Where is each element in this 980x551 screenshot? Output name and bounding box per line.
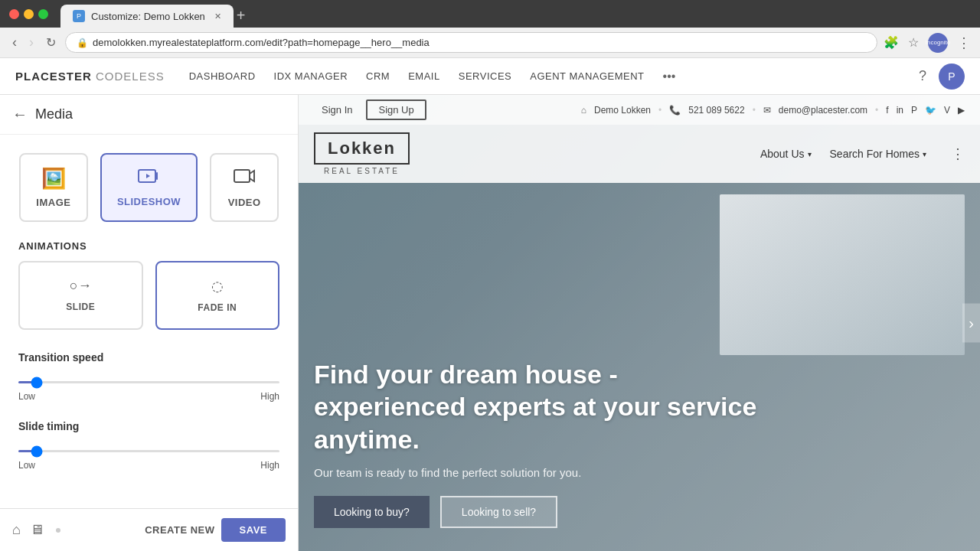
tab-bar: P Customize: Demo Lokken ✕ +	[60, 0, 971, 28]
media-types: 🖼️ IMAGE SLIDESHOW	[0, 135, 298, 234]
refresh-button[interactable]: ↻	[43, 32, 59, 53]
lock-icon: 🔒	[77, 37, 88, 48]
nav-idx-manager[interactable]: IDX MANAGER	[274, 70, 348, 82]
site-nav-links: About Us ▾ Search For Homes ▾ ⋮	[760, 145, 965, 162]
image-icon: 🖼️	[41, 167, 66, 191]
sidebar-header: ← Media	[0, 95, 298, 135]
slideshow-label: SLIDESHOW	[117, 196, 181, 207]
nav-agent-management[interactable]: AGENT MANAGEMENT	[530, 70, 644, 82]
hero-buttons: Looking to buy? Looking to sell?	[314, 496, 965, 528]
incognito-label: Incognito	[926, 39, 950, 46]
fade-in-label: FADE IN	[198, 302, 237, 313]
agent-name: Demo Lokken	[594, 105, 651, 116]
bottom-icons: ⌂ 🖥	[12, 522, 44, 538]
save-button[interactable]: SAVE	[221, 518, 286, 542]
back-button[interactable]: ‹	[9, 31, 20, 54]
about-us-link[interactable]: About Us ▾	[760, 148, 812, 160]
tab-title: Customize: Demo Lokken	[91, 11, 205, 22]
help-icon[interactable]: ?	[919, 68, 926, 84]
traffic-light-yellow[interactable]	[24, 9, 34, 19]
url-bar[interactable]: 🔒 demolokken.myrealestateplatform.com/ed…	[65, 32, 877, 53]
home-icon[interactable]: ⌂	[12, 522, 21, 538]
timing-high-label: High	[260, 460, 279, 471]
app-nav: PLACESTER CODELESS DASHBOARD IDX MANAGER…	[0, 58, 980, 95]
sell-button[interactable]: Looking to sell?	[440, 496, 557, 528]
timing-low-label: Low	[18, 460, 35, 471]
agent-icon: ⌂	[581, 105, 586, 116]
forward-button[interactable]: ›	[26, 31, 37, 54]
traffic-light-red[interactable]	[9, 9, 19, 19]
signup-button[interactable]: Sign Up	[366, 99, 426, 120]
transition-speed-slider[interactable]	[18, 381, 279, 383]
speed-low-label: Low	[18, 391, 35, 402]
slide-label: SLIDE	[66, 302, 95, 312]
youtube-icon[interactable]: ▶	[958, 105, 965, 116]
video-icon	[233, 167, 256, 191]
traffic-light-green[interactable]	[38, 9, 48, 19]
address-bar-actions: 🧩 ☆ Incognito ⋮	[884, 33, 971, 53]
browser-tab[interactable]: P Customize: Demo Lokken ✕	[60, 5, 234, 28]
buy-button[interactable]: Looking to buy?	[314, 496, 430, 528]
dot-indicator	[56, 528, 60, 533]
email-icon: ✉	[763, 105, 771, 116]
brand: PLACESTER CODELESS	[15, 70, 165, 83]
fade-in-icon: ◌	[211, 278, 224, 295]
signin-button[interactable]: Sign In	[314, 100, 360, 119]
site-navbar: Lokken REAL ESTATE About Us ▾ Search For…	[299, 125, 980, 183]
linkedin-icon[interactable]: in	[897, 105, 903, 116]
media-type-video[interactable]: VIDEO	[210, 153, 279, 222]
sidebar-bottom: ⌂ 🖥 CREATE NEW SAVE	[0, 508, 298, 551]
nav-more-icon[interactable]: •••	[663, 70, 676, 83]
phone: 521 089 5622	[688, 105, 744, 116]
room-image	[720, 194, 965, 355]
tab-close-icon[interactable]: ✕	[214, 11, 221, 21]
timing-slider-labels: Low High	[18, 460, 279, 471]
preview-area: Sign In Sign Up ⌂ Demo Lokken • 📞 521 08…	[299, 95, 980, 551]
slide-timing-section: Slide timing Low High	[0, 414, 298, 483]
extensions-icon[interactable]: 🧩	[884, 35, 899, 50]
site-buttons-left: Sign In Sign Up	[314, 99, 426, 120]
site-logo-wrap: Lokken REAL ESTATE	[314, 132, 410, 175]
pinterest-icon[interactable]: P	[911, 105, 917, 116]
site-logo[interactable]: Lokken	[314, 132, 410, 165]
vimeo-icon[interactable]: V	[944, 105, 950, 116]
slide-icon: ○→	[70, 278, 92, 294]
nav-email[interactable]: EMAIL	[408, 70, 440, 82]
phone-icon: 📞	[669, 105, 681, 116]
nav-right: ? P	[919, 64, 965, 90]
sep1: •	[658, 105, 662, 116]
nav-crm[interactable]: CRM	[366, 70, 390, 82]
slideshow-icon	[137, 167, 160, 190]
nav-services[interactable]: SERVICES	[459, 70, 512, 82]
site-nav-more-icon[interactable]: ⋮	[951, 145, 965, 162]
new-tab-button[interactable]: +	[237, 7, 246, 28]
nav-dashboard[interactable]: DASHBOARD	[189, 70, 256, 82]
animations-label: ANIMATIONS	[0, 234, 298, 261]
bookmark-icon[interactable]: ☆	[908, 35, 919, 50]
user-avatar[interactable]: P	[939, 64, 965, 90]
search-homes-link[interactable]: Search For Homes ▾	[830, 148, 926, 160]
media-type-slideshow[interactable]: SLIDESHOW	[100, 153, 198, 222]
nav-links: DASHBOARD IDX MANAGER CRM EMAIL SERVICES…	[189, 70, 676, 83]
brand-suffix: CODELESS	[96, 70, 165, 83]
slide-timing-slider[interactable]	[18, 450, 279, 452]
facebook-icon[interactable]: f	[886, 105, 888, 116]
sep3: •	[875, 105, 878, 116]
back-arrow-icon[interactable]: ←	[12, 106, 28, 123]
twitter-icon[interactable]: 🐦	[925, 105, 936, 116]
video-label: VIDEO	[228, 197, 261, 208]
animation-slide[interactable]: ○→ SLIDE	[18, 261, 143, 330]
svg-rect-1	[234, 170, 250, 182]
animation-fade-in[interactable]: ◌ FADE IN	[155, 261, 280, 330]
site-topbar: Sign In Sign Up ⌂ Demo Lokken • 📞 521 08…	[299, 95, 980, 125]
desktop-icon[interactable]: 🖥	[30, 522, 44, 538]
main-layout: ← Media 🖼️ IMAGE SLIDESHOW	[0, 95, 980, 551]
media-type-image[interactable]: 🖼️ IMAGE	[19, 153, 88, 222]
carousel-arrow-right[interactable]: ›	[962, 304, 980, 343]
address-bar: ‹ › ↻ 🔒 demolokken.myrealestateplatform.…	[0, 28, 980, 58]
user-avatar-small[interactable]: Incognito	[928, 33, 948, 53]
slider-labels: Low High	[18, 391, 279, 402]
animations-section: ANIMATIONS ○→ SLIDE ◌ FADE IN	[0, 234, 298, 345]
create-new-button[interactable]: CREATE NEW	[145, 524, 214, 536]
menu-icon[interactable]: ⋮	[957, 34, 971, 51]
